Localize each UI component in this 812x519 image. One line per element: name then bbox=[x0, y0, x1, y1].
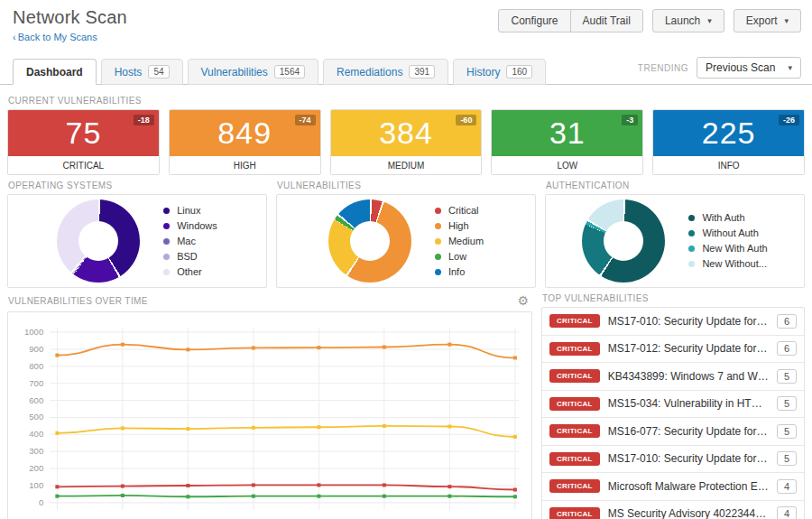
info-card[interactable]: 225-26INFO bbox=[652, 109, 805, 175]
title-block: Network Scan ‹Back to My Scans bbox=[13, 7, 127, 44]
export-button-label: Export bbox=[746, 14, 778, 27]
section-label: OPERATING SYSTEMS bbox=[8, 181, 267, 190]
legend-label: Linux bbox=[177, 203, 200, 218]
severity-badge: CRITICAL bbox=[549, 507, 600, 519]
caret-down-icon: ▾ bbox=[707, 16, 712, 25]
trending-select[interactable]: Previous Scan▾ bbox=[697, 57, 801, 79]
legend-label: BSD bbox=[177, 249, 198, 264]
legend-item: Medium bbox=[435, 234, 484, 249]
donut-chart bbox=[57, 199, 140, 283]
legend-label: Mac bbox=[177, 234, 196, 249]
vulnerability-row[interactable]: CRITICALMS17-010: Security Update for Mi… bbox=[542, 308, 804, 336]
legend-item: Without Auth bbox=[688, 226, 767, 241]
tab-label: History bbox=[466, 66, 500, 79]
tab-count-badge: 160 bbox=[506, 65, 532, 79]
vulnerability-row[interactable]: CRITICALMS17-010: Security Update for Mi… bbox=[542, 446, 804, 474]
card-color-area: 31-3 bbox=[492, 110, 642, 156]
audit-trail-button[interactable]: Audit Trail bbox=[570, 9, 643, 32]
vulnerability-name: MS15-034: Vulnerability in HTTP.sys Coul… bbox=[608, 397, 769, 410]
donut-legend: LinuxWindowsMacBSDOther bbox=[163, 203, 217, 280]
line-chart-panel: 01002003004005006007008009001000 bbox=[7, 311, 532, 519]
tab-label: Remediations bbox=[337, 66, 402, 79]
tabs: DashboardHosts54Vulnerabilities1564Remed… bbox=[13, 59, 550, 84]
header-actions: Configure Audit Trail Launch▾ Export▾ bbox=[498, 7, 801, 32]
svg-text:600: 600 bbox=[29, 395, 43, 405]
configure-button[interactable]: Configure bbox=[498, 9, 570, 32]
legend-dot bbox=[163, 238, 170, 245]
top-vulnerabilities-label: TOP VULNERABILITIES bbox=[542, 293, 805, 303]
vulnerability-row[interactable]: CRITICALKB4343899: Windows 7 and Windows… bbox=[542, 363, 804, 391]
donut-section: OPERATING SYSTEMSLinuxWindowsMacBSDOther bbox=[7, 175, 267, 288]
svg-text:400: 400 bbox=[29, 429, 43, 439]
tab-label: Dashboard bbox=[26, 66, 83, 79]
legend-item: Info bbox=[435, 264, 484, 280]
card-color-area: 75-18 bbox=[8, 110, 159, 156]
vulnerability-row[interactable]: CRITICALMS15-034: Vulnerability in HTTP.… bbox=[542, 391, 804, 419]
export-button[interactable]: Export▾ bbox=[734, 9, 801, 32]
legend-label: Medium bbox=[448, 234, 484, 249]
vulnerability-name: MS17-012: Security Update for Microsoft … bbox=[608, 342, 769, 355]
medium-card[interactable]: 384-60MEDIUM bbox=[330, 109, 483, 175]
vulnerability-count: 5 bbox=[777, 396, 797, 411]
legend-label: New Without... bbox=[702, 256, 767, 272]
svg-text:1000: 1000 bbox=[24, 327, 43, 337]
trending-control: TRENDING Previous Scan▾ bbox=[638, 57, 801, 84]
legend-dot bbox=[688, 215, 695, 221]
low-card[interactable]: 31-3LOW bbox=[491, 109, 643, 175]
tab-remediations[interactable]: Remediations391 bbox=[323, 59, 448, 85]
card-count: 75 bbox=[65, 116, 101, 151]
launch-button[interactable]: Launch▾ bbox=[652, 9, 724, 32]
card-severity-label: LOW bbox=[492, 156, 642, 174]
vulnerability-count: 5 bbox=[777, 369, 797, 384]
vulnerability-row[interactable]: CRITICALMS Security Advisory 4022344: Se… bbox=[542, 501, 804, 519]
high-card[interactable]: 849-74HIGH bbox=[169, 109, 321, 175]
tab-count-badge: 1564 bbox=[274, 65, 305, 79]
card-delta-badge: -3 bbox=[622, 115, 638, 125]
vulnerability-name: MS Security Advisory 4022344: Security U… bbox=[608, 507, 769, 519]
vulnerability-count: 4 bbox=[777, 506, 797, 519]
line-series-medium bbox=[57, 426, 515, 437]
critical-card[interactable]: 75-18CRITICAL bbox=[7, 109, 160, 175]
tab-bar: DashboardHosts54Vulnerabilities1564Remed… bbox=[0, 51, 812, 85]
donut-legend: With AuthWithout AuthNew With AuthNew Wi… bbox=[688, 210, 767, 272]
card-severity-label: HIGH bbox=[170, 156, 320, 174]
chevron-left-icon: ‹ bbox=[13, 32, 16, 42]
tab-hosts[interactable]: Hosts54 bbox=[101, 59, 183, 85]
severity-badge: CRITICAL bbox=[549, 397, 600, 411]
card-delta-badge: -74 bbox=[295, 115, 316, 125]
donut-legend: CriticalHighMediumLowInfo bbox=[435, 203, 484, 280]
legend-label: Critical bbox=[448, 203, 479, 218]
card-color-area: 225-26 bbox=[653, 110, 804, 156]
vulnerabilities-over-time-chart: 01002003004005006007008009001000 bbox=[10, 316, 530, 519]
donut-panel: CriticalHighMediumLowInfo bbox=[276, 194, 536, 288]
severity-badge: CRITICAL bbox=[549, 479, 600, 493]
caret-down-icon: ▾ bbox=[784, 16, 789, 25]
tab-vulnerabilities[interactable]: Vulnerabilities1564 bbox=[188, 59, 319, 85]
line-series-low bbox=[57, 496, 515, 496]
legend-label: High bbox=[448, 218, 469, 234]
tab-history[interactable]: History160 bbox=[453, 59, 546, 85]
caret-down-icon: ▾ bbox=[788, 63, 792, 72]
legend-dot bbox=[435, 208, 441, 214]
legend-item: High bbox=[435, 218, 484, 234]
legend-dot bbox=[163, 269, 170, 275]
card-count: 225 bbox=[702, 116, 756, 151]
legend-dot bbox=[163, 223, 170, 229]
svg-text:100: 100 bbox=[29, 480, 43, 490]
legend-item: Mac bbox=[163, 234, 217, 249]
top-vulnerabilities-section: TOP VULNERABILITIES CRITICALMS17-010: Se… bbox=[541, 288, 805, 519]
card-count: 384 bbox=[379, 116, 433, 151]
vulnerability-row[interactable]: CRITICALMS17-012: Security Update for Mi… bbox=[542, 336, 804, 364]
legend-label: Low bbox=[448, 249, 466, 264]
current-vulnerabilities-label: CURRENT VULNERABILITIES bbox=[8, 96, 805, 106]
legend-dot bbox=[688, 246, 695, 252]
back-link[interactable]: ‹Back to My Scans bbox=[13, 32, 97, 42]
vulnerability-name: Microsoft Malware Protection Engine < 1.… bbox=[608, 480, 769, 493]
legend-label: Info bbox=[448, 264, 465, 280]
vulnerability-row[interactable]: CRITICALMicrosoft Malware Protection Eng… bbox=[542, 473, 804, 501]
gear-icon[interactable]: ⚙ bbox=[517, 293, 529, 308]
vulnerability-row[interactable]: CRITICALMS16-077: Security Update for WP… bbox=[542, 418, 804, 446]
card-severity-label: INFO bbox=[653, 156, 804, 174]
legend-label: With Auth bbox=[702, 210, 744, 226]
tab-dashboard[interactable]: Dashboard bbox=[13, 59, 97, 85]
